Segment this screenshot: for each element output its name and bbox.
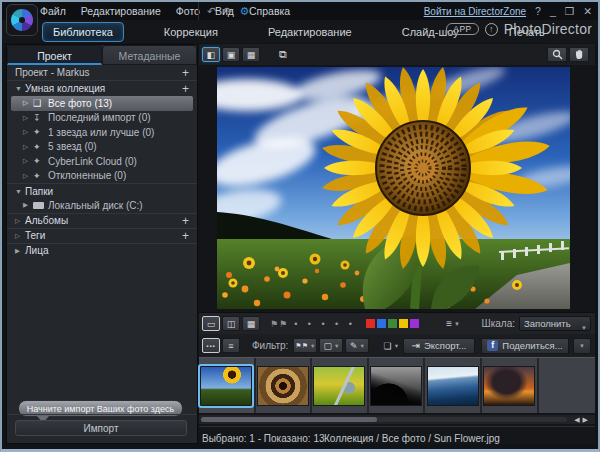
color-label-purple[interactable] <box>410 319 419 328</box>
chevron-down-icon[interactable]: ▼ <box>15 188 25 195</box>
import-button[interactable]: Импорт <box>15 420 187 436</box>
stack-filter-button[interactable]: ❏▼ <box>379 338 403 353</box>
tree-item-5-stars[interactable]: ▷ ✦ 5 звезд (0) <box>7 140 197 155</box>
albums-header[interactable]: ▷ Альбомы + <box>7 213 197 228</box>
app-logo[interactable] <box>6 4 38 36</box>
share-dropdown-button[interactable]: ▼ <box>573 338 591 354</box>
edit-filter-button[interactable]: ✎▼ <box>345 338 369 353</box>
tree-item-1-star[interactable]: ▷ ✦ 1 звезда или лучше (0) <box>7 125 197 140</box>
chevron-right-icon[interactable]: ▷ <box>15 217 25 225</box>
thumbnail-image <box>313 366 365 406</box>
star-rating-dots[interactable]: • • • • • <box>294 319 356 329</box>
smart-star-icon: ✦ <box>33 142 48 152</box>
sort-menu-button[interactable]: ≡ ▼ <box>446 318 460 329</box>
thumbnail-spiral[interactable] <box>256 358 313 413</box>
project-row[interactable]: Проект - Markus + <box>7 65 197 81</box>
share-button[interactable]: f Поделиться... <box>481 338 569 354</box>
tags-header[interactable]: ▷ Теги + <box>7 228 197 243</box>
color-label-blue[interactable] <box>377 319 386 328</box>
all-photos-icon: ❑ <box>33 98 48 108</box>
list-mode-button[interactable]: ≡ <box>222 338 240 353</box>
viewer-only-button[interactable]: ▣ <box>222 47 240 62</box>
undo-icon[interactable]: ↶ <box>207 5 216 18</box>
redo-icon[interactable]: ↷ <box>223 5 232 18</box>
minimize-button[interactable]: _ <box>550 5 556 17</box>
hand-tool-button[interactable] <box>569 47 589 62</box>
color-label-yellow[interactable] <box>399 319 408 328</box>
chevron-right-icon[interactable]: ▶ <box>15 247 25 255</box>
menu-help[interactable]: Справка <box>249 5 290 17</box>
menu-edit[interactable]: Редактирование <box>81 5 161 17</box>
photodirector-window: Файл Редактирование Фото Вид Справка ↶ ↷… <box>0 0 600 452</box>
chevron-right-icon[interactable]: ▷ <box>15 232 25 240</box>
directorzone-signin-link[interactable]: Войти на DirectorZone <box>424 6 526 17</box>
scroll-left-icon[interactable]: ◀ <box>574 416 582 423</box>
color-label-green[interactable] <box>388 319 397 328</box>
scroll-right-icon[interactable]: ▶ <box>583 416 591 423</box>
two-up-view-button[interactable]: ◫ <box>222 316 240 331</box>
chevron-down-icon: ▼ <box>581 321 587 335</box>
dual-display-button[interactable]: ⧉ <box>274 47 292 62</box>
color-label-red[interactable] <box>366 319 375 328</box>
expand-arrow-icon[interactable]: ▶ <box>23 201 33 209</box>
tab-project[interactable]: Проект <box>7 45 102 65</box>
smart-collection-header[interactable]: ▼ Умная коллекция + <box>7 81 197 96</box>
filter-bar: ▪▪▪ ≡ Фильтр: ⚑⚑▼ ▢▼ ✎▼ ❏▼ 웃 ⇥ Экспорт..… <box>199 334 595 357</box>
scrollbar-track[interactable] <box>201 417 567 422</box>
add-tag-icon[interactable]: + <box>182 231 189 241</box>
scrollbar-thumb[interactable] <box>201 417 377 422</box>
thumbnail-sunflower[interactable] <box>199 358 256 413</box>
tab-edit[interactable]: Редактирование <box>258 23 362 41</box>
zoom-tool-button[interactable] <box>547 47 567 62</box>
expand-arrow-icon[interactable]: ▷ <box>23 114 33 122</box>
library-sidebar: Проект Метаданные Проект - Markus + ▼ Ум… <box>6 44 198 444</box>
expand-arrow-icon[interactable]: ▷ <box>23 128 33 136</box>
flag-filter-button[interactable]: ⚑⚑▼ <box>293 338 317 353</box>
expand-arrow-icon[interactable]: ▷ <box>23 99 33 107</box>
divider <box>7 414 197 415</box>
grid-view-button[interactable]: ▦ <box>242 47 260 62</box>
export-button[interactable]: ⇥ Экспорт... <box>403 338 475 354</box>
expand-arrow-icon[interactable]: ▷ <box>23 157 33 165</box>
maximize-button[interactable]: ❒ <box>565 5 574 17</box>
thumbnail-field-bicycle[interactable] <box>312 358 369 413</box>
add-smart-collection-icon[interactable]: + <box>182 84 189 94</box>
app-badge[interactable]: APP <box>446 23 479 35</box>
expand-arrow-icon[interactable]: ▷ <box>23 172 33 180</box>
tree-item-rejected[interactable]: ▷ ✦ Отклоненные (0) <box>7 169 197 184</box>
thumbnail-mode-button[interactable]: ▪▪▪ <box>202 338 220 353</box>
export-label: Экспорт... <box>424 340 467 351</box>
menu-file[interactable]: Файл <box>40 5 66 17</box>
add-album-icon[interactable]: + <box>182 216 189 226</box>
add-project-icon[interactable]: + <box>182 68 189 78</box>
tree-item-label: Последний импорт (0) <box>48 112 151 123</box>
expand-arrow-icon[interactable]: ▷ <box>23 143 33 151</box>
thumbnail-mountain-lake[interactable] <box>425 358 482 413</box>
thumbnail-dark-landscape[interactable] <box>369 358 426 413</box>
close-button[interactable]: ✕ <box>583 5 592 17</box>
photo-canvas[interactable] <box>217 67 570 309</box>
faces-header[interactable]: ▶ Лица <box>7 243 197 258</box>
list-mode-icon: ≡ <box>228 341 233 351</box>
thumbnail-sunset[interactable] <box>482 358 539 413</box>
folders-header[interactable]: ▼ Папки <box>7 183 197 198</box>
upgrade-icon[interactable]: ↑ <box>485 23 498 36</box>
tree-item-latest-import[interactable]: ▷ ↧ Последний импорт (0) <box>7 111 197 126</box>
chevron-down-icon[interactable]: ▼ <box>15 85 25 92</box>
tab-metadata[interactable]: Метаданные <box>102 45 197 65</box>
titlebar: Файл Редактирование Фото Вид Справка ↶ ↷… <box>2 2 598 20</box>
gear-icon[interactable]: ⚙ <box>239 5 249 18</box>
label-filter-button[interactable]: ▢▼ <box>319 338 343 353</box>
flag-rating-icons[interactable]: ⚑⚑ <box>270 319 288 329</box>
tree-item-local-disk[interactable]: ▶ Локальный диск (C:) <box>7 198 197 213</box>
multi-view-button[interactable]: ▦ <box>242 316 260 331</box>
menu-photo[interactable]: Фото <box>176 5 200 17</box>
tree-item-cyberlink-cloud[interactable]: ▷ ✦ CyberLink Cloud (0) <box>7 154 197 169</box>
tab-adjustment[interactable]: Коррекция <box>154 23 228 41</box>
help-button[interactable]: ? <box>535 5 541 17</box>
browser-view-button[interactable]: ◧ <box>202 47 220 62</box>
one-up-view-button[interactable]: ▭ <box>202 316 220 331</box>
tab-library[interactable]: Библиотека <box>42 22 124 42</box>
tree-item-all-photos[interactable]: ▷ ❑ Все фото (13) <box>11 96 193 111</box>
scale-dropdown[interactable]: Заполнить ▼ <box>519 316 591 331</box>
